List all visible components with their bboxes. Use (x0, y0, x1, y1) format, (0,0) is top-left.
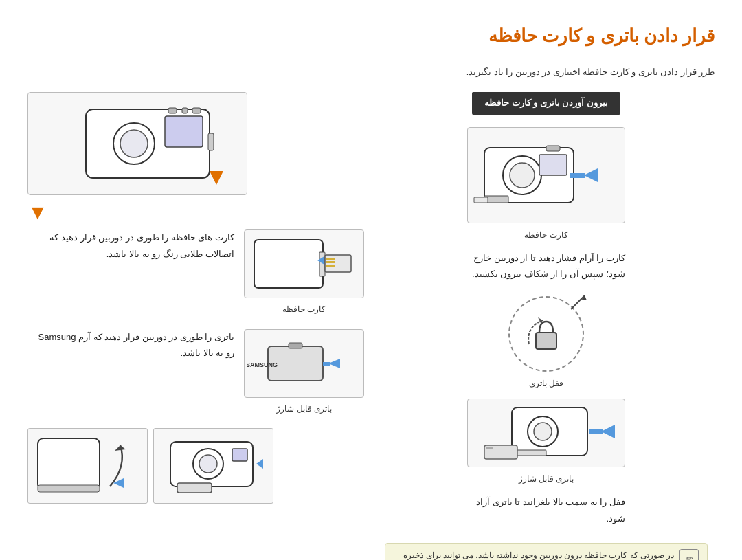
page-title: قرار دادن باتری و کارت حافظه (27, 21, 715, 58)
right-section-2: SAMSUNG باتری قابل شارژ باتری را طوری در… (27, 329, 364, 416)
svg-rect-27 (208, 133, 214, 150)
camera-battery-image (467, 399, 625, 467)
svg-rect-4 (546, 146, 560, 151)
svg-marker-7 (584, 168, 598, 182)
left-text-2: قفل را به سمت بالا بلغزانید تا باتری آزا… (467, 494, 625, 526)
grid-image-2 (27, 428, 148, 504)
svg-rect-32 (326, 258, 335, 260)
svg-rect-44 (232, 449, 247, 461)
svg-rect-23 (165, 116, 203, 147)
camera-top-right (27, 92, 247, 195)
svg-rect-9 (536, 333, 556, 349)
svg-rect-34 (326, 265, 335, 267)
right-text-2: باتری را طوری در دوربین قرار دهید که آرم… (27, 329, 234, 361)
caption-battery-right: باتری قابل شارژ (276, 402, 332, 416)
svg-point-22 (120, 130, 148, 157)
lock-circle-image (508, 296, 584, 372)
svg-rect-25 (182, 108, 188, 113)
caption-card: کارت حافظه (524, 228, 567, 242)
svg-marker-49 (115, 445, 126, 451)
svg-point-14 (534, 423, 552, 440)
caption-card-right: کارت حافظه (282, 302, 326, 316)
svg-rect-6 (474, 197, 488, 203)
caption-lock: قفل باتری (529, 377, 563, 390)
grid-image-1 (153, 428, 273, 504)
right-section-1: کارت حافظه کارت های حافظه را طوری در دور… (27, 229, 364, 316)
svg-rect-26 (192, 108, 201, 113)
bottom-images-grid (27, 428, 273, 504)
svg-marker-28 (210, 171, 223, 185)
caption-battery: باتری قابل شارژ (519, 472, 574, 486)
svg-point-2 (510, 163, 535, 188)
svg-text:SAMSUNG: SAMSUNG (247, 361, 278, 368)
page: قرار دادن باتری و کارت حافظه طرز قرار دا… (0, 0, 742, 560)
right-text-1: کارت های حافظه را طوری در دوربین قرار ده… (27, 229, 234, 262)
section-badge: بیرون آوردن باتری و کارت حافظه (472, 92, 620, 114)
note-box: ✏ در صورتی که کارت حافظه درون دوربین وجو… (385, 543, 708, 560)
svg-point-43 (199, 455, 217, 473)
svg-rect-17 (486, 447, 493, 449)
svg-rect-33 (326, 261, 335, 263)
note-icon: ✏ (679, 549, 699, 560)
svg-marker-18 (601, 425, 615, 438)
left-text-1: کارت را آرام فشار دهید تا از دوربین خارج… (467, 250, 625, 282)
svg-rect-48 (38, 485, 100, 492)
svg-rect-29 (254, 240, 323, 288)
card-insert-image (244, 229, 364, 298)
svg-rect-19 (589, 429, 603, 434)
svg-rect-45 (177, 483, 212, 493)
svg-marker-39 (328, 359, 340, 368)
svg-rect-3 (539, 155, 567, 175)
svg-rect-24 (168, 108, 177, 113)
right-column: ▼ (27, 92, 364, 560)
main-content: بیرون آوردن باتری و کارت حافظه (27, 92, 715, 560)
svg-rect-47 (38, 438, 100, 490)
page-subtitle: طرز قرار دادن باتری و کارت حافظه اختیاری… (27, 65, 715, 80)
camera-card-image (467, 127, 625, 223)
svg-rect-8 (570, 173, 585, 178)
svg-rect-38 (289, 343, 302, 348)
svg-rect-31 (325, 255, 351, 272)
arrow-down-indicator: ▼ (27, 202, 48, 223)
note-text: در صورتی که کارت حافظه درون دوربین وجود … (394, 549, 674, 560)
svg-rect-40 (323, 362, 330, 366)
left-column: بیرون آوردن باتری و کارت حافظه (378, 92, 715, 560)
battery-insert-image: SAMSUNG (244, 329, 364, 398)
svg-marker-46 (256, 459, 263, 469)
